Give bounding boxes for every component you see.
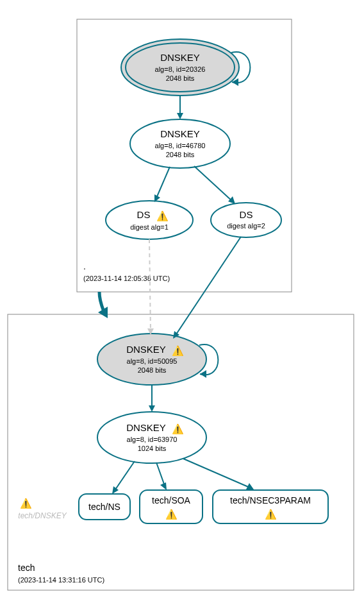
tech-nsec3-title: tech/NSEC3PARAM (230, 495, 311, 505)
root-ksk-title: DNSKEY (160, 52, 200, 63)
node-tech-ns: tech/NS (79, 494, 130, 520)
node-ds1: DS ⚠️ digest alg=1 (106, 201, 193, 239)
tech-ksk-l1: alg=8, id=50095 (127, 357, 178, 365)
tech-zsk-l2: 1024 bits (138, 445, 167, 452)
zone-tech-label: tech (18, 563, 35, 573)
ds2-title: DS (240, 209, 253, 220)
warning-icon: ⚠️ (165, 509, 178, 520)
node-tech-ksk: DNSKEY ⚠️ alg=8, id=50095 2048 bits (97, 334, 206, 385)
dnssec-graph: . (2023-11-14 12:05:38 UTC) tech (2023-1… (0, 0, 364, 603)
tech-ksk-title: DNSKEY (126, 344, 166, 355)
root-zsk-l2: 2048 bits (166, 151, 195, 158)
root-ksk-l1: alg=8, id=20326 (155, 65, 206, 73)
arrow-rksk-rzsk (177, 113, 183, 119)
arrow-tzsk-ns (112, 486, 119, 494)
node-tech-zsk: DNSKEY ⚠️ alg=8, id=63970 1024 bits (97, 412, 206, 463)
warning-icon: ⚠️ (265, 509, 277, 520)
ds1-title: DS (137, 209, 151, 220)
tech-zsk-l1: alg=8, id=63970 (127, 436, 178, 443)
zone-root-ts: (2023-11-14 12:05:38 UTC) (83, 275, 170, 282)
edge-tzsk-nsec3 (183, 459, 251, 488)
edge-ds2-techksk (175, 237, 241, 336)
node-root-ksk: DNSKEY alg=8, id=20326 2048 bits (121, 39, 239, 96)
tech-dnskey-gray-title: tech/DNSKEY (18, 511, 67, 520)
tech-soa-title: tech/SOA (152, 495, 191, 505)
svg-point-4 (211, 203, 281, 237)
node-ds2: DS digest alg=2 (211, 203, 281, 237)
tech-ns-title: tech/NS (88, 502, 120, 512)
node-tech-dnskey-gray: ⚠️ tech/DNSKEY (18, 498, 67, 520)
root-zsk-l1: alg=8, id=46780 (155, 142, 206, 149)
ds2-l1: digest alg=2 (227, 222, 265, 230)
node-tech-soa: tech/SOA ⚠️ (140, 490, 203, 523)
node-root-zsk: DNSKEY alg=8, id=46780 2048 bits (130, 119, 230, 168)
warning-icon: ⚠️ (156, 210, 169, 222)
arrow-tksk-tzsk (149, 405, 155, 412)
warning-icon: ⚠️ (172, 345, 184, 357)
ds1-l1: digest alg=1 (130, 223, 169, 231)
edge-tzsk-ns (114, 461, 135, 491)
tech-zsk-title: DNSKEY (126, 422, 166, 433)
root-ksk-l2: 2048 bits (166, 74, 195, 82)
arrow-rzsk-ds2 (228, 196, 235, 204)
svg-point-3 (106, 201, 193, 239)
warning-icon: ⚠️ (172, 423, 184, 435)
edge-rzsk-ds2 (194, 166, 233, 202)
edge-rzsk-ds1 (156, 167, 170, 200)
zone-root-label: . (83, 261, 86, 271)
arrow-tzsk-soa (160, 482, 167, 490)
edge-ds1-techksk (149, 239, 151, 332)
zone-tech-ts: (2023-11-14 13:31:16 UTC) (18, 576, 104, 584)
warning-icon: ⚠️ (20, 498, 32, 509)
tech-ksk-l2: 2048 bits (138, 366, 167, 374)
root-zsk-title: DNSKEY (160, 128, 200, 139)
node-tech-nsec3: tech/NSEC3PARAM ⚠️ (213, 490, 328, 523)
